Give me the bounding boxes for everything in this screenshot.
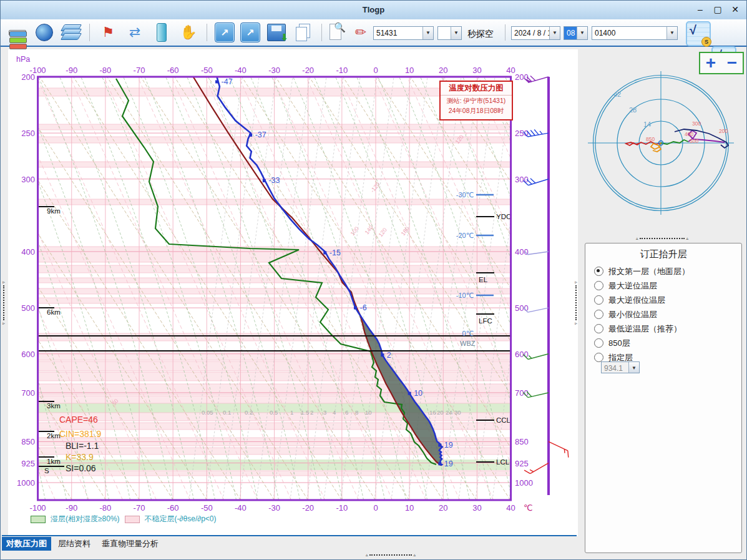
temp-point-label: -47 xyxy=(222,77,233,86)
isotherm-crossing-label: -20℃ xyxy=(456,232,474,239)
mixing-ratio-label: 6 xyxy=(345,409,348,416)
lifting-layer-option[interactable]: 最小假位温层 xyxy=(585,307,741,322)
legend-label: 湿层(相对湿度≥80%) xyxy=(51,514,120,524)
maximize-button[interactable]: ▢ xyxy=(710,3,725,16)
isotherm-crossing-label: -10℃ xyxy=(456,292,474,299)
temp-point-marker xyxy=(381,353,384,356)
temp-tick-top: 10 xyxy=(405,66,414,75)
export-window-icon[interactable]: ↗ xyxy=(215,22,235,42)
copy-pages-icon[interactable] xyxy=(293,22,314,42)
level-mark-label: WBZ xyxy=(460,340,476,347)
close-button[interactable]: ✕ xyxy=(728,3,743,16)
temp-point-marker xyxy=(263,179,266,182)
stability-index: CIN=381.9 xyxy=(59,429,101,439)
tab-对数压力图[interactable]: 对数压力图 xyxy=(2,537,51,551)
radio-button[interactable] xyxy=(594,295,603,305)
pressure-tick-left: 300 xyxy=(21,175,35,184)
globe-icon[interactable] xyxy=(34,22,55,42)
isoline-label: 180 xyxy=(400,225,411,237)
temp-point-label: -37 xyxy=(255,130,266,139)
serial-combo[interactable]: 01400▼ xyxy=(592,26,678,40)
level-mark-label: EL xyxy=(479,276,488,283)
radio-button[interactable] xyxy=(594,324,603,333)
option-label: 最大逆假位温层 xyxy=(608,295,665,306)
stability-index: K=33.9 xyxy=(66,452,94,462)
temp-tick-top: 20 xyxy=(439,66,447,75)
tab-垂直物理量分析[interactable]: 垂直物理量分析 xyxy=(97,537,163,551)
mixing-ratio-label: 24 xyxy=(446,409,452,416)
temp-point-marker xyxy=(249,134,252,137)
map-layers-icon[interactable] xyxy=(61,22,82,42)
pressure-tick-right: 1000 xyxy=(515,478,533,488)
pressure-unit-label: hPa xyxy=(16,55,30,64)
temp-point-label: 10 xyxy=(414,389,422,398)
temp-tick-top: -100 xyxy=(30,66,46,75)
bottom-splitter[interactable]: ▵▵ xyxy=(366,552,416,558)
annotate-icon[interactable]: ✏ xyxy=(350,22,371,42)
radio-button[interactable] xyxy=(594,281,603,290)
radio-button[interactable] xyxy=(594,338,603,348)
tab-层结资料[interactable]: 层结资料 xyxy=(54,537,95,551)
date-combo[interactable]: 2024 / 8 / 18▼ xyxy=(511,26,560,40)
side-panel-icon[interactable] xyxy=(151,22,172,42)
temp-point-marker xyxy=(354,307,357,310)
info-title: 温度对数压力图 xyxy=(441,83,512,96)
zoom-in-button[interactable]: + xyxy=(706,55,716,71)
temp-tick-bottom: -80 xyxy=(99,503,111,513)
temp-tick-bottom: -20 xyxy=(302,503,314,513)
right-panel-splitter[interactable]: ▵▵ xyxy=(636,235,688,242)
stability-index: CAPE=46 xyxy=(59,415,98,425)
radio-button[interactable] xyxy=(594,310,603,319)
legend-swatch xyxy=(31,516,46,523)
radio-button[interactable] xyxy=(594,353,603,362)
swap-arrows-icon[interactable]: ⇄ xyxy=(124,22,145,42)
toolbar-separator xyxy=(321,24,322,41)
save-icon[interactable]: ⬇ xyxy=(266,22,287,42)
chart-right-splitter[interactable]: ▹▹ xyxy=(573,280,579,326)
report-search-icon[interactable]: 🔍 xyxy=(330,24,344,41)
layer-list-icon[interactable] xyxy=(7,22,28,42)
lifting-layer-option[interactable]: 最低逆温层（推荐） xyxy=(585,322,741,336)
temp-tick-bottom: -30 xyxy=(268,503,280,513)
temp-tick-bottom: -10 xyxy=(336,503,348,513)
chart-legend: 湿层(相对湿度≥80%)不稳定层(-∂θse/∂p<0) xyxy=(31,514,217,524)
height-mark-label: 9km xyxy=(47,207,61,215)
flag-icon[interactable]: ⚑ xyxy=(97,22,119,42)
specified-layer-combo[interactable]: 934.1▼ xyxy=(601,361,640,373)
isotherm-crossing-label: -30℃ xyxy=(456,191,474,199)
lifting-layer-option[interactable]: 报文第一层（地面层） xyxy=(585,264,741,278)
pressure-tick-right: 500 xyxy=(515,303,529,313)
temp-tick-top: -80 xyxy=(99,66,111,75)
radio-button[interactable] xyxy=(594,267,603,276)
lifting-layer-option[interactable]: 最大逆位温层 xyxy=(585,278,741,293)
wind-barbs xyxy=(523,76,568,495)
secondary-combo[interactable]: ▼ xyxy=(437,26,462,40)
level-mark-label: LFC xyxy=(479,317,492,325)
left-splitter[interactable]: ▹▹ xyxy=(1,280,7,326)
hour-combo[interactable]: 08▼ xyxy=(564,26,588,40)
pan-hand-icon[interactable]: ✋ xyxy=(178,22,199,42)
lifting-layer-option[interactable]: 最大逆假位温层 xyxy=(585,293,741,307)
lifting-layer-option[interactable]: 850层 xyxy=(585,336,741,350)
toolbar-separator xyxy=(207,24,207,41)
temp-tick-top: 40 xyxy=(506,66,515,75)
temp-tick-bottom: 10 xyxy=(405,503,414,513)
temp-point-label: 2 xyxy=(387,351,391,360)
hodograph-ring-label: 42 xyxy=(613,91,621,98)
hodograph-ring-label: 28 xyxy=(629,106,637,114)
isoline-label: 120 xyxy=(378,227,388,238)
minimize-button[interactable]: – xyxy=(693,3,708,16)
mixing-ratio-label: 8 xyxy=(355,409,358,416)
station-combo[interactable]: 51431▼ xyxy=(373,26,434,40)
legend-swatch xyxy=(125,516,140,523)
height-mark-label: 6km xyxy=(47,308,61,316)
pressure-tick-left: 400 xyxy=(21,247,35,257)
info-station: 测站: 伊宁市(51431) xyxy=(441,97,512,106)
hodograph[interactable]: 142842850400500300200 xyxy=(581,48,745,237)
zoom-out-button[interactable]: − xyxy=(727,55,737,71)
pressure-tick-left: 250 xyxy=(21,129,35,138)
temp-tick-bottom: -50 xyxy=(201,503,213,513)
single-station-chart-button[interactable]: √S xyxy=(686,21,711,46)
isoline-label: 100 xyxy=(349,225,360,237)
export-window-2-icon[interactable]: ↗ xyxy=(240,22,260,42)
